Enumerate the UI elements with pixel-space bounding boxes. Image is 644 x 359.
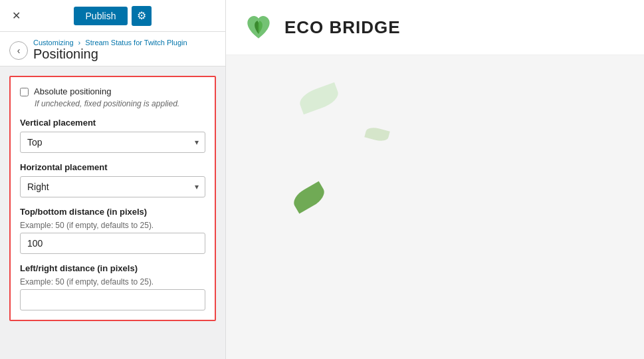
settings-button[interactable]: ⚙ (132, 6, 152, 26)
vertical-placement-label: Vertical placement (20, 118, 205, 128)
right-panel: ECO BRIDGE (226, 0, 644, 359)
publish-button[interactable]: Publish (74, 7, 128, 25)
horizontal-placement-select[interactable]: Left Right (20, 176, 205, 197)
panel-content: Absolute positioning If unchecked, fixed… (0, 66, 225, 359)
eco-bridge-title: ECO BRIDGE (284, 17, 401, 38)
breadcrumb-text: Customizing › Stream Status for Twitch P… (33, 39, 187, 62)
vertical-placement-select-wrap: Top Bottom ▾ (20, 132, 205, 153)
absolute-positioning-hint: If unchecked, fixed positioning is appli… (35, 99, 205, 108)
eco-header: ECO BRIDGE (226, 0, 644, 55)
breadcrumb: Customizing › Stream Status for Twitch P… (33, 39, 187, 47)
top-bar-actions: Publish ⚙ (74, 6, 152, 26)
vertical-placement-select[interactable]: Top Bottom (20, 132, 205, 153)
back-button[interactable]: ‹ (9, 41, 28, 60)
leaf-decoration-2 (364, 126, 389, 143)
absolute-positioning-row: Absolute positioning (20, 86, 205, 96)
gear-icon: ⚙ (137, 9, 146, 22)
absolute-positioning-checkbox[interactable] (20, 88, 29, 96)
breadcrumb-separator: › (78, 39, 81, 47)
top-bar: ✕ Publish ⚙ (0, 0, 225, 32)
leaf-decoration-3 (290, 181, 328, 213)
leaf-decoration-1 (297, 82, 342, 115)
close-button[interactable]: ✕ (7, 7, 25, 25)
left-right-input[interactable] (20, 289, 205, 310)
absolute-positioning-label[interactable]: Absolute positioning (34, 86, 111, 96)
top-bottom-label: Top/bottom distance (in pixels) (20, 207, 205, 217)
top-bottom-hint: Example: 50 (if empty, defaults to 25). (20, 221, 205, 230)
page-title: Positioning (33, 47, 187, 62)
horizontal-placement-select-wrap: Left Right ▾ (20, 176, 205, 197)
eco-background (226, 55, 644, 359)
positioning-section: Absolute positioning If unchecked, fixed… (9, 76, 216, 321)
left-right-label: Left/right distance (in pixels) (20, 263, 205, 273)
breadcrumb-child[interactable]: Stream Status for Twitch Plugin (85, 39, 187, 47)
top-bottom-input[interactable] (20, 233, 205, 254)
eco-logo (242, 11, 275, 44)
left-right-hint: Example: 50 (if empty, defaults to 25). (20, 277, 205, 287)
horizontal-placement-label: Horizontal placement (20, 162, 205, 172)
breadcrumb-area: ‹ Customizing › Stream Status for Twitch… (0, 32, 225, 66)
chevron-left-icon: ‹ (17, 45, 21, 56)
breadcrumb-root[interactable]: Customizing (33, 39, 74, 47)
left-panel: ✕ Publish ⚙ ‹ Customizing › Stream Statu… (0, 0, 226, 359)
close-icon: ✕ (12, 9, 21, 22)
